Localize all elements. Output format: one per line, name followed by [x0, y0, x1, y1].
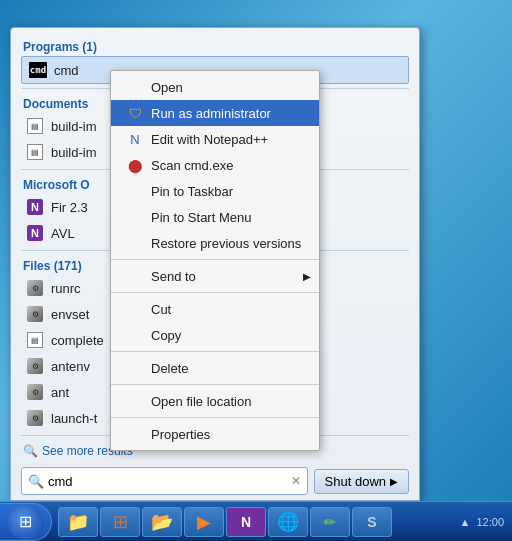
- ant-label: ant: [51, 385, 69, 400]
- taskbar-grid-button[interactable]: ⊞: [100, 507, 140, 537]
- search-icon: 🔍: [28, 474, 44, 489]
- cut-icon: [127, 301, 143, 317]
- ctx-scan[interactable]: ⬤ Scan cmd.exe: [111, 152, 319, 178]
- ctx-restore-label: Restore previous versions: [151, 236, 301, 251]
- ctx-divider-1: [111, 259, 319, 260]
- search-box[interactable]: 🔍 ✕: [21, 467, 308, 495]
- build-im2-label: build-im: [51, 145, 97, 160]
- system-tray: ▲ 12:00: [452, 516, 512, 528]
- start-menu-bottom-bar: 🔍 ✕ Shut down ▶: [11, 462, 419, 500]
- ctx-open-location-label: Open file location: [151, 394, 251, 409]
- tray-time: 12:00: [476, 516, 504, 528]
- exe-icon-2: ⚙: [25, 304, 45, 324]
- ctx-pin-start[interactable]: Pin to Start Menu: [111, 204, 319, 230]
- ctx-copy-label: Copy: [151, 328, 181, 343]
- ctx-send-to[interactable]: Send to ▶: [111, 263, 319, 289]
- taskbar-media-button[interactable]: ▶: [184, 507, 224, 537]
- exe-icon-1: ⚙: [25, 278, 45, 298]
- context-menu: Open 🛡 Run as administrator N Edit with …: [110, 70, 320, 451]
- onenote-icon-1: N: [25, 197, 45, 217]
- ctx-pin-start-label: Pin to Start Menu: [151, 210, 251, 225]
- ctx-divider-4: [111, 384, 319, 385]
- taskbar: ⊞ 📁 ⊞ 📂 ▶ N 🌐 ✏ S ▲ 12:00: [0, 501, 512, 541]
- ctx-properties[interactable]: Properties: [111, 421, 319, 447]
- shield-icon: 🛡: [127, 105, 143, 121]
- ctx-cut-label: Cut: [151, 302, 171, 317]
- notepad-icon: N: [127, 131, 143, 147]
- submenu-arrow-icon: ▶: [303, 271, 311, 282]
- ctx-open-location[interactable]: Open file location: [111, 388, 319, 414]
- start-button[interactable]: ⊞: [0, 503, 52, 541]
- tray-icon: ▲: [460, 516, 471, 528]
- desktop: Programs (1) cmd cmd Documents ▤ build: [0, 0, 512, 541]
- taskbar-explorer-button[interactable]: 📂: [142, 507, 182, 537]
- windows-orb: ⊞: [8, 504, 44, 540]
- ctx-run-admin[interactable]: 🛡 Run as administrator: [111, 100, 319, 126]
- taskbar-items: 📁 ⊞ 📂 ▶ N 🌐 ✏ S: [54, 507, 452, 537]
- send-to-icon: [127, 268, 143, 284]
- file-icon-1: ▤: [25, 116, 45, 136]
- search-clear-button[interactable]: ✕: [291, 474, 301, 488]
- search-input[interactable]: [48, 474, 287, 489]
- taskbar-onenote-button[interactable]: N: [226, 507, 266, 537]
- taskbar-chrome-button[interactable]: 🌐: [268, 507, 308, 537]
- taskbar-files-button[interactable]: 📁: [58, 507, 98, 537]
- ctx-restore[interactable]: Restore previous versions: [111, 230, 319, 256]
- file-icon-3: ▤: [25, 330, 45, 350]
- programs-label: Programs (1): [21, 36, 409, 56]
- ctx-edit-notepad[interactable]: N Edit with Notepad++: [111, 126, 319, 152]
- runrc-label: runrc: [51, 281, 81, 296]
- ctx-delete-label: Delete: [151, 361, 189, 376]
- ctx-divider-2: [111, 292, 319, 293]
- windows-logo-icon: ⊞: [19, 512, 32, 531]
- ctx-open-label: Open: [151, 80, 183, 95]
- cmd-label: cmd: [54, 63, 79, 78]
- search-small-icon: 🔍: [23, 444, 38, 458]
- exe-icon-5: ⚙: [25, 408, 45, 428]
- exe-icon-3: ⚙: [25, 356, 45, 376]
- build-im1-label: build-im: [51, 119, 97, 134]
- taskbar-notepad-button[interactable]: ✏: [310, 507, 350, 537]
- exe-icon-4: ⚙: [25, 382, 45, 402]
- copy-icon: [127, 327, 143, 343]
- ctx-edit-notepad-label: Edit with Notepad++: [151, 132, 268, 147]
- delete-icon: [127, 360, 143, 376]
- ctx-delete[interactable]: Delete: [111, 355, 319, 381]
- taskbar-steam-button[interactable]: S: [352, 507, 392, 537]
- launch-label: launch-t: [51, 411, 97, 426]
- shutdown-arrow-icon: ▶: [390, 476, 398, 487]
- file-icon-2: ▤: [25, 142, 45, 162]
- ctx-send-to-label: Send to: [151, 269, 196, 284]
- ctx-cut[interactable]: Cut: [111, 296, 319, 322]
- ctx-divider-3: [111, 351, 319, 352]
- ctx-divider-5: [111, 417, 319, 418]
- ctx-copy[interactable]: Copy: [111, 322, 319, 348]
- pin-start-icon: [127, 209, 143, 225]
- avl-label: AVL: [51, 226, 75, 241]
- onenote-icon-2: N: [25, 223, 45, 243]
- ctx-run-admin-label: Run as administrator: [151, 106, 271, 121]
- scan-icon: ⬤: [127, 157, 143, 173]
- antenv-label: antenv: [51, 359, 90, 374]
- ctx-pin-taskbar[interactable]: Pin to Taskbar: [111, 178, 319, 204]
- ctx-open[interactable]: Open: [111, 74, 319, 100]
- pin-taskbar-icon: [127, 183, 143, 199]
- shutdown-label: Shut down: [325, 474, 386, 489]
- complete-label: complete: [51, 333, 104, 348]
- shutdown-button[interactable]: Shut down ▶: [314, 469, 409, 494]
- open-location-icon: [127, 393, 143, 409]
- ctx-scan-label: Scan cmd.exe: [151, 158, 233, 173]
- restore-icon: [127, 235, 143, 251]
- open-icon: [127, 79, 143, 95]
- ctx-pin-taskbar-label: Pin to Taskbar: [151, 184, 233, 199]
- envset-label: envset: [51, 307, 89, 322]
- fir23-label: Fir 2.3: [51, 200, 88, 215]
- cmd-icon: cmd: [28, 60, 48, 80]
- properties-icon: [127, 426, 143, 442]
- ctx-properties-label: Properties: [151, 427, 210, 442]
